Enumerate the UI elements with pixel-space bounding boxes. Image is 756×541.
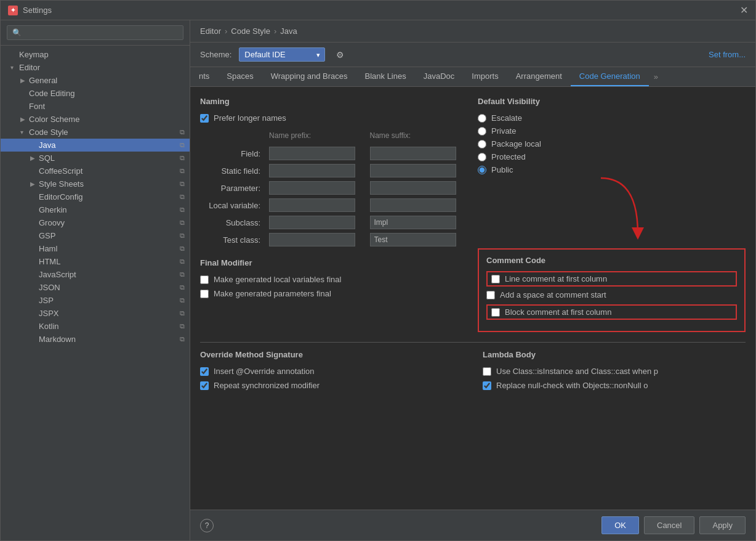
copy-icon[interactable]: ⧉ [180,296,185,304]
sidebar-item-markdown[interactable]: Markdown ⧉ [1,333,190,346]
table-row: Test class: [200,231,468,248]
row-label-field: Field: [200,145,267,162]
radio-escalate-label: Escalate [491,113,522,123]
cancel-button[interactable]: Cancel [644,516,694,534]
parameter-suffix-input[interactable] [370,181,456,195]
tab-nts[interactable]: nts [190,67,218,86]
sidebar-item-label: Color Scheme [29,115,79,124]
static-field-suffix-cell [368,162,468,179]
field-suffix-input[interactable] [370,147,456,160]
repeat-sync-checkbox[interactable] [200,381,209,390]
copy-icon[interactable]: ⧉ [180,322,185,330]
make-locals-final-checkbox[interactable] [200,275,209,284]
copy-icon[interactable]: ⧉ [180,206,185,214]
prefer-longer-names-checkbox[interactable] [200,114,209,123]
sidebar-item-html[interactable]: HTML ⧉ [1,255,190,268]
sidebar-item-gherkin[interactable]: Gherkin ⧉ [1,203,190,216]
replace-null-check-checkbox[interactable] [483,381,491,390]
use-class-isinstance-checkbox[interactable] [483,367,491,376]
sidebar-item-code-style[interactable]: ▾ Code Style ⧉ [1,126,190,139]
make-params-final-checkbox[interactable] [200,290,209,298]
insert-override-checkbox[interactable] [200,367,209,376]
copy-icon[interactable]: ⧉ [180,258,185,266]
parameter-prefix-input[interactable] [269,181,355,195]
sidebar-item-jsp[interactable]: JSP ⧉ [1,294,190,307]
sidebar-item-editorconfig[interactable]: EditorConfig ⧉ [1,190,190,203]
radio-group-visibility: Escalate Private Package local [478,113,746,174]
local-var-suffix-input[interactable] [370,198,456,212]
sidebar-item-font[interactable]: Font [1,100,190,113]
sidebar-item-coffeescript[interactable]: CoffeeScript ⧉ [1,165,190,177]
set-from-link[interactable]: Set from... [709,50,746,59]
copy-icon[interactable]: ⧉ [180,128,185,136]
tab-javadoc[interactable]: JavaDoc [415,67,464,86]
breadcrumb: Editor › Code Style › Java [190,20,755,43]
radio-protected[interactable] [478,153,486,161]
copy-icon[interactable]: ⧉ [180,283,185,291]
sidebar-item-java[interactable]: Java ⧉ [1,139,190,152]
apply-button[interactable]: Apply [699,516,746,534]
radio-escalate-row: Escalate [478,113,746,123]
tab-blank-lines[interactable]: Blank Lines [356,67,415,86]
radio-escalate[interactable] [478,114,486,123]
copy-icon[interactable]: ⧉ [180,180,185,188]
sidebar-item-style-sheets[interactable]: ▶ Style Sheets ⧉ [1,177,190,190]
tab-spaces[interactable]: Spaces [218,67,262,86]
prefer-longer-names-row: Prefer longer names [200,113,468,123]
sidebar-item-editor[interactable]: ▾ Editor [1,61,190,74]
ok-button[interactable]: OK [601,516,639,534]
add-space-checkbox[interactable] [486,291,495,299]
help-button[interactable]: ? [200,519,214,532]
radio-private[interactable] [478,127,486,136]
block-comment-checkbox[interactable] [491,308,500,317]
copy-icon[interactable]: ⧉ [180,167,185,175]
sidebar-item-json[interactable]: JSON ⧉ [1,281,190,294]
title-bar-left: ✦ Settings [8,6,52,15]
scheme-select[interactable]: Default IDE [239,47,325,62]
search-input[interactable] [7,25,183,40]
tab-code-generation[interactable]: Code Generation [571,67,649,86]
tab-wrapping-braces[interactable]: Wrapping and Braces [262,67,356,86]
sidebar-item-keymap[interactable]: Keymap [1,48,190,61]
tab-arrangement[interactable]: Arrangement [507,67,571,86]
copy-icon[interactable]: ⧉ [180,232,185,240]
copy-icon[interactable]: ⧉ [180,154,185,162]
sidebar-item-haml[interactable]: Haml ⧉ [1,242,190,255]
sidebar-item-sql[interactable]: ▶ SQL ⧉ [1,152,190,165]
test-class-prefix-input[interactable] [269,233,355,246]
copy-icon[interactable]: ⧉ [180,309,185,317]
sidebar-item-general[interactable]: ▶ General [1,74,190,87]
sidebar-item-kotlin[interactable]: Kotlin ⧉ [1,320,190,333]
subclass-suffix-input[interactable] [370,216,456,229]
sidebar-item-gsp[interactable]: GSP ⧉ [1,229,190,242]
subclass-prefix-input[interactable] [269,216,355,229]
static-field-prefix-input[interactable] [269,164,355,177]
sidebar-item-label: GSP [39,231,55,240]
line-comment-checkbox[interactable] [491,275,500,283]
tab-imports[interactable]: Imports [463,67,507,86]
field-prefix-input[interactable] [269,147,355,160]
static-field-suffix-input[interactable] [370,164,456,177]
test-class-suffix-input[interactable] [370,233,456,246]
copy-icon[interactable]: ⧉ [180,193,185,201]
sidebar-item-color-scheme[interactable]: ▶ Color Scheme [1,113,190,126]
copy-icon[interactable]: ⧉ [180,335,185,343]
lambda-body-section: Lambda Body Use Class::isInstance and Cl… [478,350,746,395]
radio-package-local[interactable] [478,140,486,148]
radio-public[interactable] [478,166,486,174]
block-comment-label: Block comment at first column [505,307,611,317]
sidebar-item-javascript[interactable]: JavaScript ⧉ [1,268,190,281]
copy-icon[interactable]: ⧉ [180,219,185,227]
close-button[interactable]: ✕ [740,4,748,16]
sidebar-item-jspx[interactable]: JSPX ⧉ [1,307,190,320]
add-space-row: Add a space at comment start [486,290,737,299]
local-var-prefix-cell [267,197,367,214]
copy-icon[interactable]: ⧉ [180,270,185,279]
local-var-prefix-input[interactable] [269,198,355,212]
scheme-gear-button[interactable]: ⚙ [332,49,348,61]
sidebar-item-code-editing[interactable]: Code Editing [1,87,190,100]
tab-more[interactable]: » [649,68,663,86]
copy-icon[interactable]: ⧉ [180,245,185,253]
copy-icon[interactable]: ⧉ [180,141,185,149]
sidebar-item-groovy[interactable]: Groovy ⧉ [1,216,190,229]
